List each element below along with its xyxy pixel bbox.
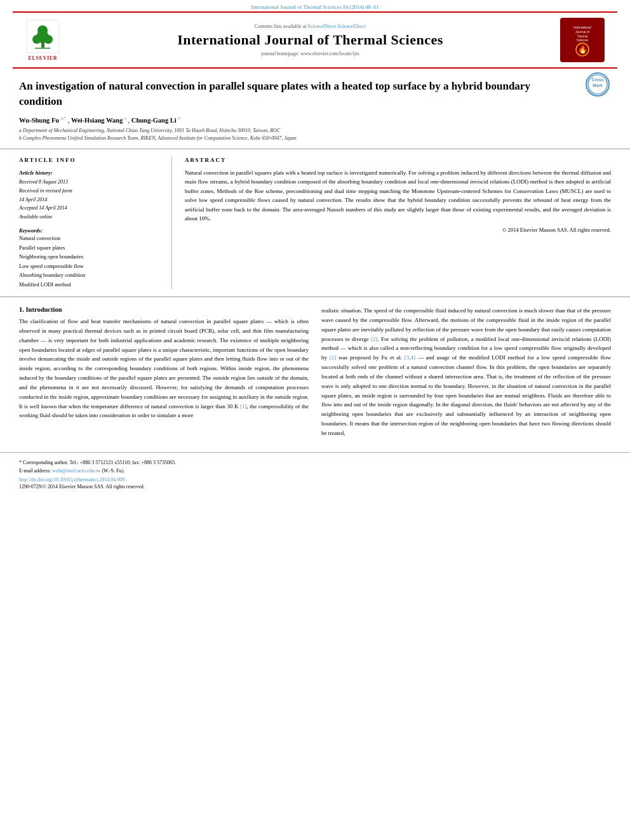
author3: Chung-Gang Li <box>131 116 177 123</box>
affiliations: a Department of Mechanical Engineering, … <box>19 127 579 142</box>
col-divider <box>171 157 172 289</box>
journal-title: International Journal of Thermal Science… <box>67 32 554 48</box>
svg-point-4 <box>44 35 53 44</box>
article-title-section: An investigation of natural convection i… <box>0 69 630 149</box>
accepted-date: Accepted 14 April 2014 <box>19 204 159 213</box>
article-info-label: ARTICLE INFO <box>19 157 159 163</box>
keywords-block: Keywords: Natural convection Parallel sq… <box>19 227 159 289</box>
top-banner: International Journal of Thermal Science… <box>0 0 630 11</box>
crossmark-logo: Cross Mark <box>586 72 611 97</box>
abstract-text: Natural convection in parallel squares p… <box>185 168 611 223</box>
footer-email: E-mail address: wsfu@mail.nctu.edu.tw (W… <box>19 467 611 476</box>
article-main-title: An investigation of natural convection i… <box>19 79 540 109</box>
body-right-col: realistic situation. The speed of the co… <box>321 306 611 443</box>
journal-right-logo-block: International Journal of Thermal Science… <box>560 18 605 62</box>
keyword-6: Modified LODI method <box>19 280 159 289</box>
received-date: Received 8 August 2013 <box>19 178 159 187</box>
journal-brand-logo: International Journal of Thermal Science… <box>560 18 605 62</box>
keyword-1: Natural convection <box>19 234 159 243</box>
svg-text:Journal of: Journal of <box>575 30 590 34</box>
author2: Wei-Hsiang Wang <box>71 116 123 123</box>
article-info-col: ARTICLE INFO Article history: Received 8… <box>19 157 159 289</box>
authors-line: Wu-Shung Fu a,* , Wei-Hsiang Wang a , Ch… <box>19 116 579 124</box>
history-label: Article history: <box>19 168 159 177</box>
affiliation-a: a Department of Mechanical Engineering, … <box>19 127 579 135</box>
abstract-copyright: © 2014 Elsevier Masson SAS. All rights r… <box>185 227 611 233</box>
keyword-4: Low speed compressible flow <box>19 262 159 270</box>
svg-text:Thermal: Thermal <box>577 35 588 38</box>
svg-point-5 <box>37 25 48 36</box>
available-online: Available online <box>19 213 159 222</box>
footer-email-link[interactable]: wsfu@mail.nctu.edu.tw <box>52 468 100 474</box>
intro-text-right: realistic situation. The speed of the co… <box>321 306 611 438</box>
revised-date: 14 April 2014 <box>19 196 159 204</box>
ref-1: [1] <box>240 403 247 410</box>
affiliation-b: b Complex Phenomena Unified Simulation R… <box>19 135 579 142</box>
ref-34: [3,4] <box>405 354 415 361</box>
main-body: 1. Introduction The clarification of flo… <box>0 297 630 452</box>
contents-available-line: Contents lists available at ScienceDirec… <box>67 23 554 29</box>
ref-2b: [2] <box>330 354 337 361</box>
thermal-journal-icon: International Journal of Thermal Science… <box>563 21 601 59</box>
abstract-col: ABSTRACT Natural convection in parallel … <box>185 157 611 289</box>
crossmark-icon: Cross Mark <box>587 73 608 96</box>
footer-doi[interactable]: http://dx.doi.org/10.1016/j.ijthermalsci… <box>19 477 611 483</box>
journal-header: ELSEVIER Contents lists available at Sci… <box>13 11 617 69</box>
body-left-col: 1. Introduction The clarification of flo… <box>19 306 309 443</box>
svg-text:Sciences: Sciences <box>577 39 589 42</box>
elsevier-tree-icon <box>25 19 60 54</box>
author1: Wu-Shung Fu <box>19 116 59 123</box>
keywords-label: Keywords: <box>19 227 159 234</box>
svg-text:Mark: Mark <box>593 83 603 88</box>
footer-copyright: 1290-0729/© 2014 Elsevier Masson SAS. Al… <box>19 484 611 490</box>
intro-heading: 1. Introduction <box>19 306 309 313</box>
abstract-label: ABSTRACT <box>185 157 611 163</box>
revised-label: Received in revised form <box>19 186 159 195</box>
journal-header-center: Contents lists available at ScienceDirec… <box>60 23 560 57</box>
journal-homepage: journal homepage: www.elsevier.com/locat… <box>67 51 554 57</box>
article-history: Article history: Received 8 August 2013 … <box>19 168 159 221</box>
footer-section: * Corresponding author. Tel.: +886 3 571… <box>0 452 630 494</box>
svg-text:International: International <box>573 25 591 29</box>
footer-corresponding: * Corresponding author. Tel.: +886 3 571… <box>19 459 611 467</box>
ref-2: [2] <box>371 336 378 342</box>
svg-text:🔥: 🔥 <box>578 44 587 54</box>
svg-text:Cross: Cross <box>592 77 604 82</box>
keyword-2: Parallel square plates <box>19 243 159 252</box>
page: International Journal of Thermal Science… <box>0 0 630 493</box>
keyword-5: Absorbing boundary condition <box>19 270 159 279</box>
banner-text: International Journal of Thermal Science… <box>251 4 379 10</box>
svg-point-3 <box>32 35 41 44</box>
keyword-3: Neighboring open boundaries <box>19 252 159 261</box>
intro-heading-text: 1. Introduction <box>19 306 62 313</box>
article-info-abstract-section: ARTICLE INFO Article history: Received 8… <box>0 149 630 297</box>
elsevier-logo-block: ELSEVIER <box>25 19 60 61</box>
intro-text-left: The clarification of flow and heat trans… <box>19 317 309 420</box>
elsevier-brand-text: ELSEVIER <box>29 55 58 61</box>
sciencedirect-link[interactable]: ScienceDirect <box>308 23 337 29</box>
